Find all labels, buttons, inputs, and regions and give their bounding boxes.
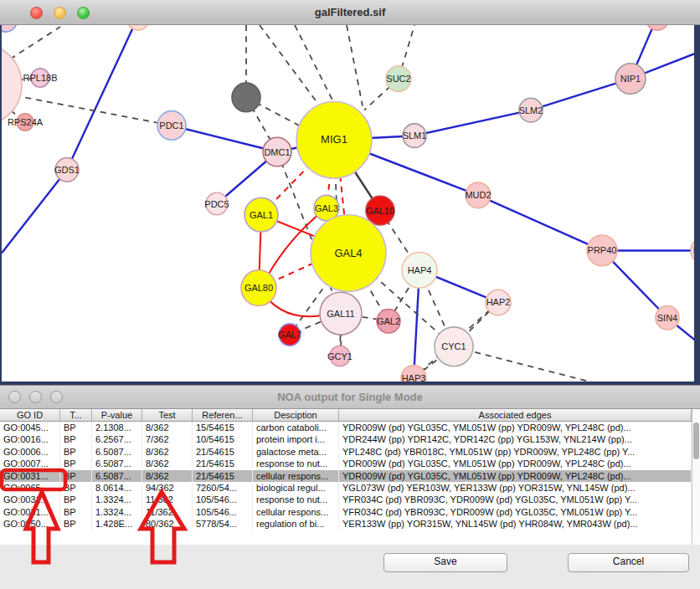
- table-cell: 2.1308...: [92, 422, 142, 433]
- table-cell: biological regul...: [253, 482, 339, 494]
- network-edge[interactable]: [172, 125, 277, 152]
- node-msn[interactable]: [691, 238, 694, 264]
- table-cell: protein import i...: [253, 433, 339, 445]
- table-row[interactable]: GO:0031...BP1.3324...11/362105/546...res…: [0, 494, 692, 505]
- network-edge[interactable]: [10, 27, 60, 59]
- table-cell: 21/54615: [193, 458, 253, 469]
- node-gds1[interactable]: [55, 158, 79, 182]
- node-unlabeled[interactable]: [2, 44, 22, 125]
- node-gal7[interactable]: [279, 324, 301, 346]
- table-cell: YER133W (pp) YOR315W, YNL145W (pd) YHR08…: [339, 518, 692, 530]
- network-edge[interactable]: [295, 25, 333, 102]
- table-cell: 94/362: [142, 482, 193, 494]
- node-slm1[interactable]: [403, 124, 426, 147]
- column-header-p-value[interactable]: P-value: [92, 409, 142, 421]
- node-dmc1[interactable]: [263, 137, 291, 166]
- table-row[interactable]: GO:0031...BP6.5087...8/36221/54615cellul…: [0, 470, 692, 482]
- node-pdc5[interactable]: [206, 192, 228, 214]
- table-row[interactable]: GO:0006...BP6.5087...8/36221/54615galact…: [0, 446, 692, 458]
- noa-window-titlebar: NOA output for Single Mode: [0, 386, 700, 409]
- table-cell: 15/54615: [193, 422, 253, 433]
- node-gal10[interactable]: [366, 196, 394, 225]
- network-edge[interactable]: [2, 170, 67, 254]
- table-cell: 11/362: [142, 506, 193, 518]
- node-gal80[interactable]: [241, 270, 276, 306]
- network-view[interactable]: RPL18BRPS24AGDS1PDC1PDC5MIG1SUC2SLM1DMC1…: [0, 25, 700, 385]
- cancel-button[interactable]: Cancel: [568, 553, 689, 572]
- table-cell: 105/546...: [193, 494, 253, 505]
- network-edge[interactable]: [67, 25, 138, 170]
- vertical-scrollbar[interactable]: [692, 409, 700, 545]
- column-header-associated-edges[interactable]: Associated edges: [339, 409, 692, 421]
- table-row[interactable]: GO:0031...BP1.3324...11/362105/546...cel…: [0, 506, 692, 518]
- table-cell: YDR009W (pd) YGL035C, YML051W (pp) YDR00…: [339, 458, 692, 469]
- node-unlabeled[interactable]: [232, 83, 260, 112]
- network-canvas[interactable]: RPL18BRPS24AGDS1PDC1PDC5MIG1SUC2SLM1DMC1…: [2, 25, 694, 382]
- node-rpl18b[interactable]: [31, 69, 49, 87]
- network-edge[interactable]: [260, 25, 322, 109]
- table-cell: GO:0031...: [0, 494, 60, 505]
- table-cell: BP: [60, 494, 92, 505]
- node-unlabeled[interactable]: [2, 25, 17, 32]
- node-unlabeled[interactable]: [646, 25, 669, 30]
- node-mud2[interactable]: [466, 182, 491, 208]
- table-row[interactable]: GO:0050...BP1.428E...80/3625778/54...reg…: [0, 518, 692, 530]
- table-cell: GO:0031...: [0, 470, 60, 482]
- node-slm2[interactable]: [519, 98, 543, 121]
- node-cyc1[interactable]: [435, 327, 473, 366]
- table-cell: 8/362: [142, 422, 193, 433]
- table-cell: YFR034C (pd) YBR093C, YDR009W (pd) YGL03…: [339, 506, 692, 518]
- table-cell: 7/362: [142, 433, 193, 445]
- node-hap4[interactable]: [402, 252, 437, 288]
- table-cell: 6.2567...: [92, 433, 142, 445]
- table-cell: 6.5087...: [92, 458, 142, 469]
- node-unlabeled[interactable]: [127, 25, 149, 30]
- node-gal11[interactable]: [320, 292, 362, 335]
- table-row[interactable]: GO:0016...BP6.2567...7/36210/54615protei…: [0, 433, 692, 445]
- table-cell: 8/362: [142, 458, 193, 469]
- network-edge[interactable]: [454, 346, 694, 382]
- node-gal1[interactable]: [244, 197, 278, 232]
- node-hap2[interactable]: [486, 289, 511, 315]
- node-nip1[interactable]: [615, 64, 646, 95]
- save-button[interactable]: Save: [383, 553, 507, 572]
- node-gal4[interactable]: [311, 215, 386, 292]
- node-suc2[interactable]: [386, 66, 411, 92]
- column-header-referen[interactable]: Referen...: [193, 409, 253, 421]
- table-row[interactable]: GO:0045...BP2.1308...8/36215/54615carbon…: [0, 422, 692, 433]
- results-table: GO IDT...P-valueTestReferen...Desciption…: [0, 409, 692, 545]
- table-cell: 6.5087...: [92, 470, 142, 482]
- node-rps24a[interactable]: [17, 114, 33, 131]
- column-header-desciption[interactable]: Desciption: [253, 409, 339, 421]
- noa-output-window: NOA output for Single Mode GO IDT...P-va…: [0, 385, 700, 589]
- column-header-t[interactable]: T...: [60, 409, 92, 421]
- table-cell: 1.3324...: [92, 494, 142, 505]
- table-cell: 1.3324...: [92, 506, 142, 518]
- network-edge[interactable]: [414, 110, 531, 136]
- table-cell: 8.0614...: [92, 482, 142, 494]
- table-cell: 8/362: [142, 446, 193, 458]
- node-gcy1[interactable]: [330, 346, 350, 366]
- column-header-go-id[interactable]: GO ID: [0, 409, 60, 421]
- node-prp40[interactable]: [587, 235, 617, 266]
- column-header-test[interactable]: Test: [142, 409, 193, 421]
- node-gal2[interactable]: [377, 310, 400, 333]
- table-cell: 11/362: [142, 494, 193, 505]
- table-cell: GO:0031...: [0, 506, 60, 518]
- node-mig1[interactable]: [296, 102, 372, 179]
- node-sin4[interactable]: [656, 306, 679, 330]
- table-cell: BP: [60, 433, 92, 445]
- table-row[interactable]: GO:0065...BP8.0614...94/3627260/54...bio…: [0, 482, 692, 494]
- table-cell: cellular respons...: [253, 506, 339, 518]
- network-edge[interactable]: [478, 195, 602, 250]
- table-cell: cellular respons...: [253, 470, 339, 482]
- network-edge[interactable]: [347, 25, 363, 106]
- node-hap3[interactable]: [401, 366, 426, 382]
- table-cell: 21/54615: [193, 446, 253, 458]
- scrollbar-thumb[interactable]: [693, 423, 699, 459]
- node-pdc1[interactable]: [157, 111, 186, 141]
- network-window-title: galFiltered.sif: [0, 6, 700, 18]
- table-cell: GO:0065...: [0, 482, 60, 494]
- table-cell: YDR244W (pp) YDR142C, YDR142C (pp) YGL15…: [339, 433, 692, 445]
- table-row[interactable]: GO:0007...BP6.5087...8/36221/54615respon…: [0, 458, 692, 469]
